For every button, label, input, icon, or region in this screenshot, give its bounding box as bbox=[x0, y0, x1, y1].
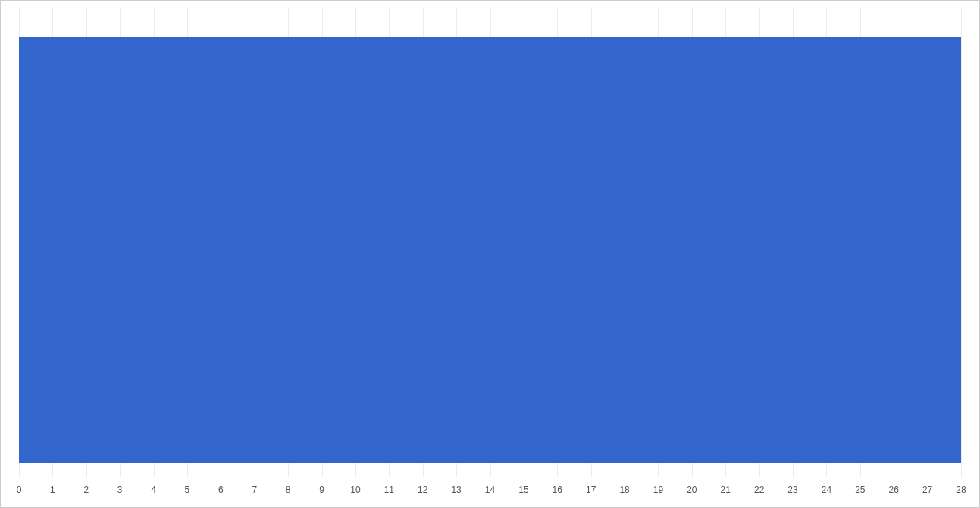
x-tick-label: 3 bbox=[117, 484, 123, 495]
x-tick-label: 19 bbox=[653, 484, 663, 495]
x-tick-label: 18 bbox=[619, 484, 629, 495]
x-tick-label: 17 bbox=[586, 484, 596, 495]
x-axis: 0123456789101112131415161718192021222324… bbox=[19, 484, 961, 501]
plot-area bbox=[19, 8, 961, 477]
x-tick-label: 25 bbox=[855, 484, 865, 495]
x-tick-label: 0 bbox=[17, 484, 22, 495]
gridline bbox=[961, 8, 962, 477]
x-tick-label: 7 bbox=[252, 484, 257, 495]
x-tick-label: 27 bbox=[922, 484, 932, 495]
x-tick-label: 2 bbox=[83, 484, 89, 495]
x-tick-label: 20 bbox=[687, 484, 697, 495]
x-tick-label: 10 bbox=[350, 484, 360, 495]
x-tick-label: 26 bbox=[889, 484, 899, 495]
x-tick-label: 23 bbox=[787, 484, 797, 495]
x-tick-label: 14 bbox=[485, 484, 495, 495]
x-tick-label: 21 bbox=[721, 484, 731, 495]
x-tick-label: 8 bbox=[286, 484, 291, 495]
x-tick-label: 4 bbox=[151, 484, 156, 495]
x-tick-label: 24 bbox=[822, 484, 831, 495]
x-tick-label: 11 bbox=[384, 484, 394, 495]
x-tick-label: 16 bbox=[553, 484, 562, 495]
x-tick-label: 12 bbox=[418, 484, 427, 495]
x-tick-label: 22 bbox=[754, 484, 764, 495]
x-tick-label: 1 bbox=[50, 484, 55, 495]
x-tick-label: 5 bbox=[185, 484, 190, 495]
x-tick-label: 6 bbox=[218, 484, 224, 495]
bar bbox=[19, 37, 961, 463]
chart-container: 0123456789101112131415161718192021222324… bbox=[0, 0, 980, 508]
x-tick-label: 28 bbox=[956, 484, 966, 495]
x-tick-label: 15 bbox=[518, 484, 528, 495]
x-tick-label: 13 bbox=[451, 484, 461, 495]
x-tick-label: 9 bbox=[319, 484, 324, 495]
